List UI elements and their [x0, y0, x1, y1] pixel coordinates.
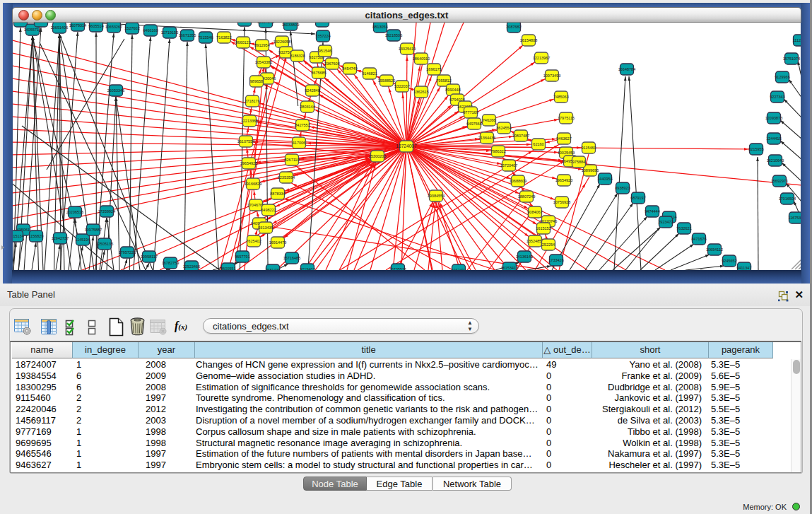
svg-text:1167533: 1167533	[788, 216, 801, 220]
svg-text:2462491: 2462491	[451, 268, 466, 270]
svg-text:951546: 951546	[319, 49, 331, 53]
svg-text:1696175: 1696175	[426, 67, 441, 71]
svg-text:9219407: 9219407	[300, 267, 314, 270]
svg-text:9313435: 9313435	[258, 226, 273, 230]
svg-text:9084067: 9084067	[527, 210, 542, 214]
svg-text:1440954: 1440954	[597, 177, 612, 181]
svg-text:13524851: 13524851	[526, 239, 543, 243]
svg-text:8660123: 8660123	[235, 40, 250, 45]
svg-text:21364436: 21364436	[478, 136, 495, 140]
svg-text:1244415: 1244415	[766, 136, 781, 141]
svg-text:3915134: 3915134	[13, 234, 24, 238]
svg-text:8454749: 8454749	[342, 66, 357, 71]
svg-text:9227343: 9227343	[770, 95, 784, 99]
svg-text:7986322: 7986322	[490, 149, 505, 153]
svg-text:3624554: 3624554	[496, 126, 511, 130]
svg-text:12353594: 12353594	[278, 175, 295, 180]
svg-text:2367608: 2367608	[324, 62, 339, 66]
svg-text:30975887: 30975887	[85, 228, 102, 232]
svg-text:9777169: 9777169	[463, 110, 478, 115]
svg-text:252254: 252254	[542, 243, 555, 247]
svg-text:14136141: 14136141	[516, 255, 533, 259]
svg-text:989658: 989658	[250, 79, 263, 83]
svg-text:7357224: 7357224	[315, 34, 330, 38]
svg-text:8990448: 8990448	[445, 88, 460, 92]
svg-text:16210643: 16210643	[767, 158, 784, 163]
svg-text:417006: 417006	[293, 141, 305, 145]
svg-text:8215955: 8215955	[748, 147, 763, 151]
svg-text:12213369: 12213369	[241, 119, 258, 123]
svg-text:15751074: 15751074	[783, 57, 800, 61]
svg-text:975884: 975884	[572, 160, 585, 164]
svg-text:14055714: 14055714	[24, 28, 41, 32]
svg-text:20691406: 20691406	[51, 25, 68, 30]
svg-text:2087682: 2087682	[506, 25, 521, 29]
svg-text:16107554: 16107554	[237, 139, 254, 144]
svg-text:17359924: 17359924	[98, 209, 115, 214]
svg-text:19166829: 19166829	[245, 182, 261, 186]
svg-text:7625402: 7625402	[246, 239, 261, 243]
svg-text:12942737: 12942737	[52, 236, 69, 240]
svg-text:6466160: 6466160	[143, 28, 158, 33]
svg-text:1527602: 1527602	[124, 26, 139, 30]
svg-text:19384554: 19384554	[428, 194, 445, 198]
svg-text:16033809: 16033809	[282, 23, 299, 27]
svg-text:10899695: 10899695	[582, 168, 599, 173]
svg-text:15588520: 15588520	[378, 78, 395, 83]
svg-text:10973493: 10973493	[543, 74, 560, 78]
svg-text:7632621: 7632621	[676, 226, 691, 230]
svg-text:2718176: 2718176	[245, 99, 259, 103]
svg-text:7955812: 7955812	[436, 78, 451, 83]
svg-text:7581436: 7581436	[265, 268, 280, 270]
svg-text:8600551: 8600551	[220, 267, 235, 270]
svg-text:18807249: 18807249	[518, 194, 535, 199]
svg-text:16782759: 16782759	[162, 261, 179, 265]
svg-text:19654925: 19654925	[240, 161, 257, 165]
svg-text:14767914: 14767914	[314, 23, 331, 23]
svg-text:16914479: 16914479	[269, 240, 286, 245]
svg-text:8938923: 8938923	[615, 186, 630, 190]
svg-text:18724007: 18724007	[396, 144, 417, 148]
svg-text:8912954: 8912954	[254, 43, 269, 47]
svg-text:746266: 746266	[483, 118, 495, 122]
svg-text:10654112: 10654112	[706, 247, 723, 252]
svg-text:11607542: 11607542	[257, 23, 274, 24]
svg-text:9146821: 9146821	[362, 71, 377, 76]
svg-text:20055514: 20055514	[13, 23, 29, 23]
svg-text:1362615: 1362615	[413, 90, 428, 94]
svg-text:16153413: 16153413	[501, 266, 518, 270]
svg-text:15720407: 15720407	[500, 163, 517, 168]
svg-text:18640910: 18640910	[413, 57, 430, 61]
svg-text:7485063: 7485063	[553, 95, 568, 99]
svg-text:10807487: 10807487	[512, 134, 529, 138]
svg-text:10719155: 10719155	[161, 30, 178, 35]
svg-text:18904215: 18904215	[33, 23, 49, 23]
svg-text:62160: 62160	[533, 142, 543, 146]
svg-text:8427552: 8427552	[295, 123, 310, 127]
svg-text:25300203: 25300203	[369, 154, 386, 158]
svg-text:1615152: 1615152	[536, 226, 551, 230]
svg-text:16154808: 16154808	[520, 38, 537, 42]
svg-text:10958117: 10958117	[141, 255, 158, 259]
svg-text:1112874: 1112874	[793, 38, 801, 42]
svg-text:15692971: 15692971	[771, 179, 788, 183]
svg-text:9657791: 9657791	[235, 255, 249, 259]
svg-text:9463627: 9463627	[556, 136, 571, 141]
svg-text:7515546: 7515546	[198, 35, 213, 40]
svg-text:10735531: 10735531	[389, 267, 406, 270]
svg-text:1733426: 1733426	[548, 258, 563, 262]
svg-text:17957225: 17957225	[119, 250, 136, 255]
svg-text:12093873: 12093873	[765, 116, 782, 120]
svg-text:8471676: 8471676	[691, 237, 706, 241]
svg-text:7163822: 7163822	[216, 35, 231, 40]
svg-text:2923472: 2923472	[658, 220, 673, 224]
svg-text:10025453: 10025453	[558, 151, 575, 155]
svg-text:9411347: 9411347	[736, 266, 751, 270]
svg-text:2803144: 2803144	[300, 105, 314, 109]
svg-text:13226058: 13226058	[273, 40, 290, 44]
svg-text:1145194: 1145194	[75, 238, 90, 242]
svg-text:9245652: 9245652	[722, 259, 736, 263]
svg-text:20206516: 20206516	[66, 210, 83, 214]
svg-text:12213967: 12213967	[533, 56, 550, 60]
svg-text:10543382: 10543382	[255, 60, 272, 64]
